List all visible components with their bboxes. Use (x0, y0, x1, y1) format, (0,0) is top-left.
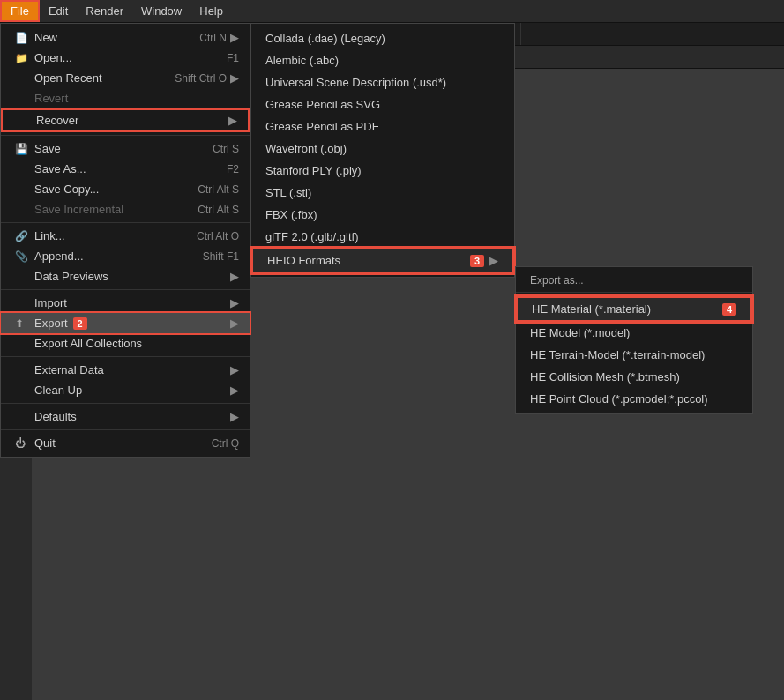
heio-material[interactable]: HE Material (*.material) 4 (516, 296, 752, 322)
menu-item-new[interactable]: 📄 New Ctrl N ▶ (1, 27, 250, 48)
menu-item-save-as[interactable]: Save As... F2 (1, 159, 250, 179)
menu-item-quit[interactable]: ⏻ Quit Ctrl Q (1, 433, 250, 453)
link-icon: 🔗 (15, 230, 29, 242)
menu-item-import[interactable]: Import ▶ (1, 293, 250, 313)
export-stl[interactable]: STL (.stl) (251, 182, 514, 204)
new-icon: 📄 (15, 32, 29, 44)
menu-item-open[interactable]: 📁 Open... F1 (1, 48, 250, 68)
export-submenu: Collada (.dae) (Legacy) Alembic (.abc) U… (250, 23, 515, 278)
menu-file[interactable]: File (0, 0, 40, 22)
file-dropdown-menu: 📄 New Ctrl N ▶ 📁 Open... F1 Open Recent … (0, 23, 250, 458)
open-icon: 📁 (15, 52, 29, 64)
menu-item-link[interactable]: 🔗 Link... Ctrl Alt O (1, 226, 250, 246)
menu-item-save-copy[interactable]: Save Copy... Ctrl Alt S (1, 179, 250, 199)
append-icon: 📎 (15, 250, 29, 263)
export-stanford-ply[interactable]: Stanford PLY (.ply) (251, 160, 514, 182)
menu-item-revert: Revert (1, 88, 250, 108)
menu-item-export[interactable]: ⬆ Export 2 ▶ (1, 313, 250, 333)
menu-render[interactable]: Render (77, 0, 132, 22)
menu-item-external-data[interactable]: External Data ▶ (1, 360, 250, 380)
menu-item-recover[interactable]: Recover ▶ (1, 108, 250, 132)
top-menubar: File Edit Render Window Help (0, 0, 784, 23)
menu-item-save-incremental: Save Incremental Ctrl Alt S (1, 199, 250, 220)
save-icon: 💾 (15, 143, 29, 155)
heio-model[interactable]: HE Model (*.model) (516, 322, 752, 344)
heio-point-cloud[interactable]: HE Point Cloud (*.pcmodel;*.pccol) (516, 388, 752, 410)
export-alembic[interactable]: Alembic (.abc) (251, 49, 514, 71)
export-usd[interactable]: Universal Scene Description (.usd*) (251, 71, 514, 93)
quit-icon: ⏻ (15, 437, 29, 450)
menu-item-append[interactable]: 📎 Append... Shift F1 (1, 246, 250, 266)
export-heio[interactable]: HEIO Formats 3 ▶ (251, 248, 514, 273)
heio-badge: 3 (470, 255, 484, 267)
heio-submenu: Export as... HE Material (*.material) 4 … (515, 266, 753, 414)
export-wavefront[interactable]: Wavefront (.obj) (251, 138, 514, 160)
export-grease-pdf[interactable]: Grease Pencil as PDF (251, 115, 514, 138)
menu-item-open-recent[interactable]: Open Recent Shift Ctrl O ▶ (1, 68, 250, 88)
heio-header: Export as... (516, 271, 752, 293)
heio-terrain[interactable]: HE Terrain-Model (*.terrain-model) (516, 344, 752, 366)
export-gltf[interactable]: glTF 2.0 (.glb/.gltf) (251, 226, 514, 248)
menu-item-clean-up[interactable]: Clean Up ▶ (1, 380, 250, 400)
menu-window[interactable]: Window (132, 0, 190, 22)
export-fbx[interactable]: FBX (.fbx) (251, 204, 514, 226)
menu-item-defaults[interactable]: Defaults ▶ (1, 406, 250, 427)
menu-item-data-previews[interactable]: Data Previews ▶ (1, 266, 250, 287)
heio-arrow-icon: ▶ (489, 254, 498, 267)
export-badge: 2 (73, 317, 87, 330)
material-badge: 4 (722, 303, 736, 316)
menu-item-export-all[interactable]: Export All Collections (1, 333, 250, 354)
heio-collision[interactable]: HE Collision Mesh (*.btmesh) (516, 366, 752, 388)
menu-edit[interactable]: Edit (40, 0, 77, 22)
menu-item-save[interactable]: 💾 Save Ctrl S (1, 138, 250, 159)
menu-help[interactable]: Help (190, 0, 232, 22)
export-grease-svg[interactable]: Grease Pencil as SVG (251, 93, 514, 115)
export-collada[interactable]: Collada (.dae) (Legacy) (251, 27, 514, 49)
